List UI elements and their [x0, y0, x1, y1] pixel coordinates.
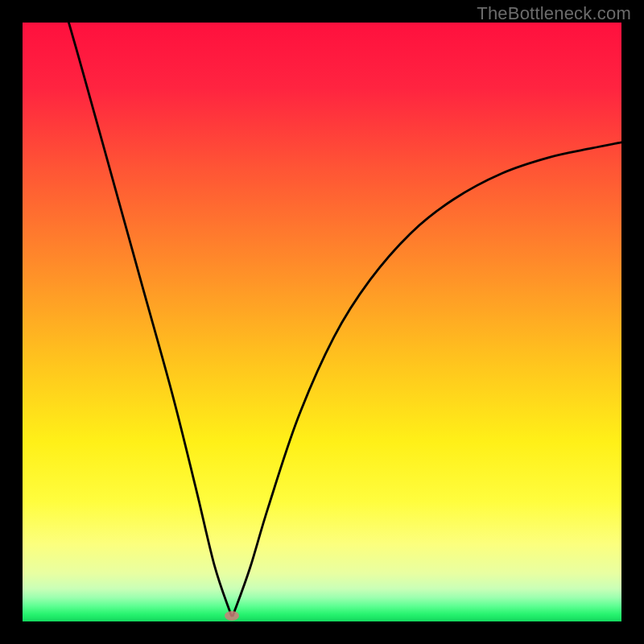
min-marker-icon: [225, 611, 239, 621]
plot-area: [23, 23, 621, 621]
chart-container: TheBottleneck.com: [0, 0, 644, 644]
watermark-text: TheBottleneck.com: [477, 3, 631, 24]
bottleneck-curve: [23, 23, 621, 621]
